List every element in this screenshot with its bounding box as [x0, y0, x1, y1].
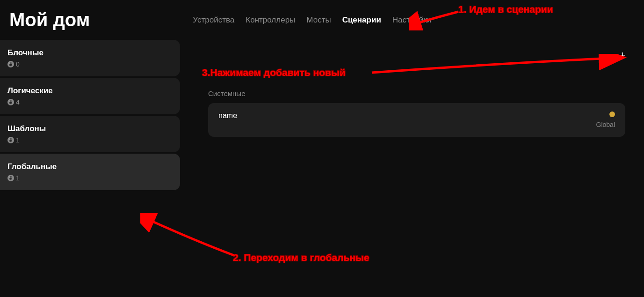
count-value: 1: [16, 136, 20, 144]
sidebar-item-count: ₽ 0: [7, 60, 173, 68]
count-value: 4: [16, 98, 20, 106]
sidebar-item-count: ₽ 4: [7, 98, 173, 106]
nav-settings[interactable]: Настройки: [392, 15, 431, 25]
main-nav: Устройства Контроллеры Мосты Сценарии На…: [193, 15, 431, 25]
count-badge-icon: ₽: [7, 61, 14, 67]
section-label: Системные: [208, 89, 625, 97]
sidebar-item-count: ₽ 1: [7, 174, 173, 182]
sidebar-item-label: Блочные: [7, 48, 173, 58]
sidebar: Блочные ₽ 0 Логические ₽ 4 Шаблоны ₽ 1 Г…: [0, 40, 180, 192]
sidebar-item-label: Шаблоны: [7, 124, 173, 134]
page-title: Мой дом: [9, 9, 90, 30]
sidebar-item-templates[interactable]: Шаблоны ₽ 1: [0, 116, 180, 152]
annotation-2: 2. Переходим в глобальные: [233, 252, 369, 263]
sidebar-item-count: ₽ 1: [7, 136, 173, 144]
annotation-arrow-icon: [140, 213, 239, 260]
sidebar-item-logic[interactable]: Логические ₽ 4: [0, 78, 180, 114]
sidebar-item-block[interactable]: Блочные ₽ 0: [0, 40, 180, 76]
count-badge-icon: ₽: [7, 137, 14, 143]
count-badge-icon: ₽: [7, 99, 14, 105]
main-content: + Системные name Global: [180, 40, 644, 192]
scenario-card[interactable]: name Global: [208, 103, 625, 137]
nav-devices[interactable]: Устройства: [193, 15, 234, 25]
card-name: name: [218, 111, 237, 120]
count-value: 0: [16, 60, 20, 68]
nav-controllers[interactable]: Контроллеры: [246, 15, 295, 25]
sidebar-item-label: Логические: [7, 86, 173, 96]
status-dot-icon: [609, 111, 615, 117]
add-button[interactable]: +: [619, 49, 625, 61]
sidebar-item-label: Глобальные: [7, 162, 173, 171]
nav-scenarios[interactable]: Сценарии: [342, 15, 381, 25]
card-meta: Global: [596, 111, 615, 128]
card-tag: Global: [596, 121, 615, 128]
nav-bridges[interactable]: Мосты: [306, 15, 331, 25]
count-value: 1: [16, 174, 20, 182]
sidebar-item-global[interactable]: Глобальные ₽ 1: [0, 154, 180, 190]
count-badge-icon: ₽: [7, 175, 14, 181]
toolbar: +: [208, 40, 625, 66]
